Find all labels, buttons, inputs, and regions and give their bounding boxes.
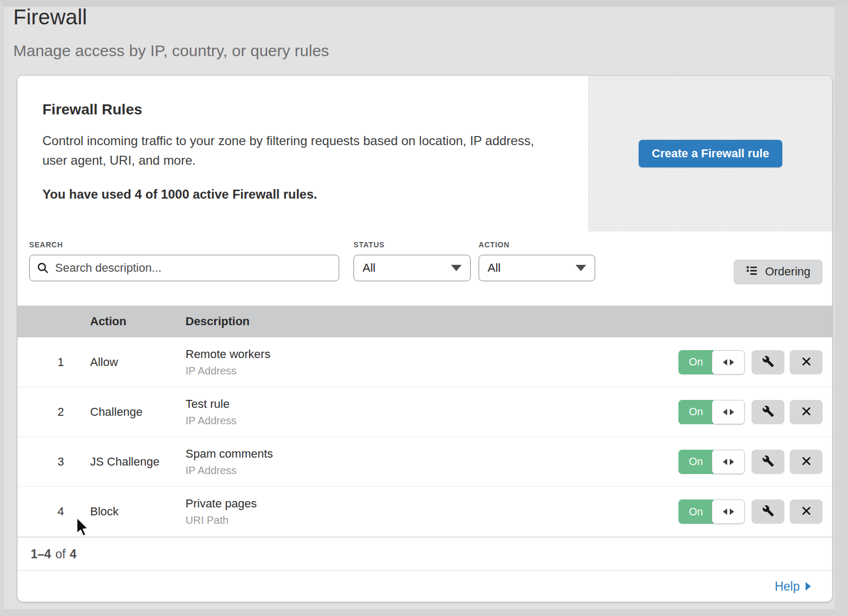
delete-rule-button[interactable] xyxy=(790,499,823,524)
wrench-icon xyxy=(762,405,774,419)
card-heading: Firewall Rules xyxy=(42,101,556,118)
close-icon xyxy=(801,505,812,518)
page-title: Firewall xyxy=(13,5,329,29)
wrench-icon xyxy=(762,455,774,469)
rule-controls: On xyxy=(678,400,832,424)
chevron-down-icon xyxy=(576,265,586,271)
rule-description: Remote workers xyxy=(186,347,678,361)
delete-rule-button[interactable] xyxy=(790,400,823,424)
rule-description-cell: Test rule IP Address xyxy=(186,397,678,427)
rule-priority: 3 xyxy=(17,455,90,469)
toggle-on-label: On xyxy=(678,499,713,524)
action-label: ACTION xyxy=(479,240,595,249)
action-select-value: All xyxy=(488,261,500,275)
help-link[interactable]: Help xyxy=(775,579,811,594)
status-select-value: All xyxy=(363,261,375,275)
edit-rule-button[interactable] xyxy=(752,350,784,374)
search-icon xyxy=(37,262,49,276)
usage-summary: You have used 4 of 1000 active Firewall … xyxy=(42,187,556,202)
rule-action: Challenge xyxy=(90,405,186,419)
delete-rule-button[interactable] xyxy=(790,350,823,374)
rule-controls: On xyxy=(678,450,832,474)
rule-match-type: URI Path xyxy=(186,514,678,526)
close-icon xyxy=(801,456,812,468)
rule-description: Test rule xyxy=(186,397,678,411)
toggle-on-label: On xyxy=(678,350,713,374)
search-box xyxy=(29,255,339,281)
edit-rule-button[interactable] xyxy=(752,499,784,524)
toggle-on-label: On xyxy=(678,400,713,424)
pagination-bar: 1–4 of 4 xyxy=(17,537,832,570)
create-firewall-rule-button[interactable]: Create a Firewall rule xyxy=(639,140,782,167)
table-header-row: Action Description xyxy=(17,306,832,337)
rule-enabled-toggle[interactable]: On xyxy=(678,400,745,424)
mouse-cursor-icon xyxy=(76,517,92,540)
rule-controls: On xyxy=(678,350,832,374)
rule-description-cell: Spam comments IP Address xyxy=(186,447,678,477)
rule-match-type: IP Address xyxy=(186,415,678,427)
rule-action: Block xyxy=(90,505,186,519)
toggle-handle-arrows-icon xyxy=(712,450,745,474)
card-intro-section: Firewall Rules Control incoming traffic … xyxy=(17,76,832,231)
toggle-handle-arrows-icon xyxy=(712,499,745,524)
status-label: STATUS xyxy=(354,240,471,249)
card-footer: Help xyxy=(17,570,832,602)
edit-rule-button[interactable] xyxy=(752,400,784,424)
create-rule-panel: Create a Firewall rule xyxy=(588,76,832,231)
rule-controls: On xyxy=(678,499,832,524)
search-label: SEARCH xyxy=(29,240,339,249)
triangle-right-icon xyxy=(806,582,811,591)
page-subtitle: Manage access by IP, country, or query r… xyxy=(13,42,329,60)
wrench-icon xyxy=(762,505,774,519)
search-filter-group: SEARCH xyxy=(29,240,339,281)
action-filter-group: ACTION All xyxy=(479,240,595,281)
pagination-total: 4 xyxy=(70,547,77,561)
delete-rule-button[interactable] xyxy=(790,450,823,474)
intro-text-block: Firewall Rules Control incoming traffic … xyxy=(17,76,588,231)
toggle-handle-arrows-icon xyxy=(712,350,745,374)
rule-description: Private pages xyxy=(186,497,678,511)
close-icon xyxy=(801,406,812,418)
rules-list: 1 Allow Remote workers IP Address On xyxy=(17,337,832,537)
rule-action: JS Challenge xyxy=(90,455,186,469)
table-row: 2 Challenge Test rule IP Address On xyxy=(17,387,832,437)
edit-rule-button[interactable] xyxy=(752,450,784,474)
rule-enabled-toggle[interactable]: On xyxy=(678,450,745,474)
rule-priority: 2 xyxy=(17,405,90,419)
filters-bar: SEARCH STATUS All ACTION All xyxy=(17,231,832,306)
page-header: Firewall Manage access by IP, country, o… xyxy=(13,5,329,60)
ordering-list-icon xyxy=(746,264,758,280)
table-row: 4 Block Private pages URI Path On xyxy=(17,487,832,537)
search-input[interactable] xyxy=(29,255,339,281)
wrench-icon xyxy=(762,355,774,369)
rule-description-cell: Remote workers IP Address xyxy=(186,347,678,377)
help-link-label: Help xyxy=(775,579,800,594)
ordering-button-label: Ordering xyxy=(765,265,810,279)
table-row: 3 JS Challenge Spam comments IP Address … xyxy=(17,437,832,487)
pagination-of: of xyxy=(55,547,65,561)
rule-match-type: IP Address xyxy=(186,365,678,377)
pagination-range: 1–4 xyxy=(31,547,51,561)
rule-priority: 1 xyxy=(17,355,90,369)
toggle-handle-arrows-icon xyxy=(712,400,745,424)
table-row: 1 Allow Remote workers IP Address On xyxy=(17,337,832,387)
column-header-action: Action xyxy=(90,315,186,328)
close-icon xyxy=(801,356,812,369)
rule-enabled-toggle[interactable]: On xyxy=(678,350,745,374)
rule-description-cell: Private pages URI Path xyxy=(186,497,678,526)
chevron-down-icon xyxy=(451,265,462,271)
card-description: Control incoming traffic to your zone by… xyxy=(42,131,543,170)
rule-match-type: IP Address xyxy=(186,465,678,477)
status-filter-group: STATUS All xyxy=(354,240,471,281)
firewall-rules-card: Firewall Rules Control incoming traffic … xyxy=(17,76,832,602)
action-select[interactable]: All xyxy=(479,255,595,281)
toggle-on-label: On xyxy=(678,450,713,474)
column-header-description: Description xyxy=(186,315,832,328)
status-select[interactable]: All xyxy=(354,255,471,281)
rule-enabled-toggle[interactable]: On xyxy=(678,499,745,524)
rule-action: Allow xyxy=(90,355,186,369)
rule-description: Spam comments xyxy=(186,447,678,461)
ordering-button[interactable]: Ordering xyxy=(734,260,823,284)
